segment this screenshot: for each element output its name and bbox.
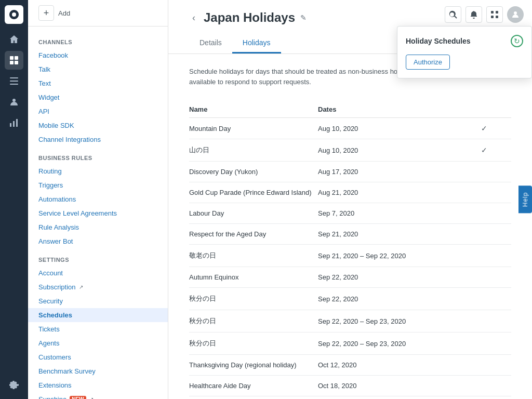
refresh-icon[interactable]: ↻ bbox=[511, 35, 523, 47]
nav-settings-icon[interactable] bbox=[5, 375, 23, 394]
add-label[interactable]: Add bbox=[58, 9, 70, 17]
edit-icon[interactable]: ✎ bbox=[300, 14, 307, 22]
back-button[interactable]: ‹ bbox=[189, 11, 198, 24]
sidebar-item-customers[interactable]: Customers bbox=[28, 350, 168, 364]
sidebar-item-label: Agents bbox=[38, 339, 59, 347]
sidebar-item-label: Tickets bbox=[38, 325, 60, 333]
sidebar-item-routing[interactable]: Routing bbox=[28, 164, 168, 178]
table-row[interactable]: 山の日 Aug 10, 2020 ✓ bbox=[189, 139, 511, 162]
sidebar-item-schedules[interactable]: Schedules bbox=[28, 308, 168, 322]
sidebar: + Add CHANNELS Facebook Talk Text Widget… bbox=[28, 0, 168, 399]
notifications-icon[interactable] bbox=[466, 6, 482, 23]
col-header-name: Name bbox=[189, 101, 318, 118]
holiday-name: 山の日 bbox=[189, 139, 318, 162]
nav-users-icon[interactable] bbox=[5, 92, 23, 111]
tab-details[interactable]: Details bbox=[189, 33, 232, 54]
table-row[interactable]: Autumn Equinox Sep 22, 2020 bbox=[189, 267, 511, 288]
nav-reports-icon[interactable] bbox=[5, 113, 23, 132]
sidebar-item-label: Triggers bbox=[38, 181, 63, 189]
table-row[interactable]: 敬老の日 Sep 21, 2020 – Sep 22, 2020 bbox=[189, 245, 511, 267]
svg-rect-8 bbox=[10, 123, 11, 127]
sidebar-item-benchmark-survey[interactable]: Benchmark Survey bbox=[28, 364, 168, 378]
sidebar-item-subscription[interactable]: Subscription ↗ bbox=[28, 280, 168, 294]
holiday-name: 秋分の日 bbox=[189, 310, 318, 332]
table-row[interactable]: Mountain Day Aug 10, 2020 ✓ bbox=[189, 118, 511, 139]
sidebar-item-label: Service Level Agreements bbox=[38, 209, 117, 217]
checkmark-icon: ✓ bbox=[481, 124, 487, 132]
holiday-check bbox=[463, 310, 511, 332]
sidebar-item-label: Routing bbox=[38, 167, 62, 175]
sidebar-item-facebook[interactable]: Facebook bbox=[28, 48, 168, 62]
holiday-name: Discovery Day (Yukon) bbox=[189, 162, 318, 182]
authorize-button[interactable]: Authorize bbox=[406, 55, 450, 70]
sidebar-item-talk[interactable]: Talk bbox=[28, 62, 168, 76]
holiday-check bbox=[463, 355, 511, 376]
sidebar-item-triggers[interactable]: Triggers bbox=[28, 178, 168, 192]
table-row[interactable]: 秋分の日 Sep 22, 2020 bbox=[189, 288, 511, 310]
sidebar-item-tickets[interactable]: Tickets bbox=[28, 322, 168, 336]
svg-rect-14 bbox=[496, 16, 498, 18]
main-body: Schedule holidays for days that should b… bbox=[168, 54, 532, 399]
sidebar-item-automations[interactable]: Automations bbox=[28, 192, 168, 206]
user-avatar[interactable] bbox=[507, 6, 524, 23]
holiday-name: Gold Cup Parade (Prince Edward Island) bbox=[189, 182, 318, 203]
holiday-dates: Aug 10, 2020 bbox=[318, 118, 463, 139]
sidebar-item-label: Answer Bot bbox=[38, 237, 73, 245]
table-row[interactable]: Discovery Day (Yukon) Aug 17, 2020 bbox=[189, 162, 511, 182]
holiday-name: 秋分の日 bbox=[189, 332, 318, 355]
nav-views-icon[interactable] bbox=[5, 72, 23, 90]
table-row[interactable]: Gold Cup Parade (Prince Edward Island) A… bbox=[189, 182, 511, 203]
products-grid-icon[interactable] bbox=[486, 6, 503, 23]
sidebar-item-answer-bot[interactable]: Answer Bot bbox=[28, 234, 168, 248]
sidebar-item-label: Customers bbox=[38, 353, 71, 361]
app-logo[interactable] bbox=[5, 5, 23, 24]
sidebar-item-api[interactable]: API bbox=[28, 104, 168, 118]
holiday-name: Autumn Equinox bbox=[189, 267, 318, 288]
table-row[interactable]: Respect for the Aged Day Sep 21, 2020 bbox=[189, 224, 511, 245]
svg-rect-13 bbox=[491, 16, 494, 18]
holiday-name: Respect for the Aged Day bbox=[189, 224, 318, 245]
sidebar-item-channel-integrations[interactable]: Channel Integrations bbox=[28, 132, 168, 147]
tab-holidays[interactable]: Holidays bbox=[232, 33, 281, 54]
nav-home-icon[interactable] bbox=[5, 30, 23, 49]
table-row[interactable]: Thanksgiving Day (regional holiday) Oct … bbox=[189, 355, 511, 376]
add-button[interactable]: + bbox=[38, 5, 54, 21]
table-row[interactable]: Healthcare Aide Day Oct 18, 2020 bbox=[189, 376, 511, 396]
svg-rect-10 bbox=[16, 119, 18, 127]
sidebar-item-agents[interactable]: Agents bbox=[28, 336, 168, 350]
sidebar-item-account[interactable]: Account bbox=[28, 266, 168, 280]
external-link-icon: ↗ bbox=[79, 284, 83, 290]
svg-rect-12 bbox=[496, 11, 498, 14]
popup-header: Holiday Schedules ↻ bbox=[406, 35, 523, 47]
holiday-dates: Sep 21, 2020 bbox=[318, 224, 463, 245]
holiday-check bbox=[463, 224, 511, 245]
svg-rect-0 bbox=[10, 56, 14, 60]
holiday-dates: Aug 17, 2020 bbox=[318, 162, 463, 182]
holiday-name: Healthcare Aide Day bbox=[189, 376, 318, 396]
sidebar-item-label: Extensions bbox=[38, 381, 72, 389]
sidebar-item-label: Text bbox=[38, 79, 51, 87]
sidebar-item-mobile-sdk[interactable]: Mobile SDK bbox=[28, 118, 168, 132]
sidebar-item-rule-analysis[interactable]: Rule Analysis bbox=[28, 220, 168, 234]
search-icon[interactable] bbox=[445, 6, 461, 23]
table-row[interactable]: 秋分の日 Sep 22, 2020 – Sep 23, 2020 bbox=[189, 332, 511, 355]
sidebar-item-label: Schedules bbox=[38, 311, 72, 319]
help-button[interactable]: Help bbox=[518, 186, 532, 214]
svg-rect-9 bbox=[13, 121, 15, 127]
sidebar-item-widget[interactable]: Widget bbox=[28, 90, 168, 104]
holiday-name: Thanksgiving Day (regional holiday) bbox=[189, 355, 318, 376]
nav-admin-icon[interactable] bbox=[5, 51, 23, 70]
sidebar-item-security[interactable]: Security bbox=[28, 294, 168, 308]
table-row[interactable]: Labour Day Sep 7, 2020 bbox=[189, 203, 511, 224]
sidebar-item-text[interactable]: Text bbox=[28, 76, 168, 90]
holiday-dates: Aug 10, 2020 bbox=[318, 139, 463, 162]
sidebar-item-sla[interactable]: Service Level Agreements bbox=[28, 206, 168, 220]
holiday-table: Name Dates Mountain Day Aug 10, 2020 ✓ 山… bbox=[189, 101, 511, 396]
page-title: Japan Holidays bbox=[204, 10, 295, 25]
table-row[interactable]: 秋分の日 Sep 22, 2020 – Sep 23, 2020 bbox=[189, 310, 511, 332]
external-link-icon: ↗ bbox=[89, 396, 94, 399]
sidebar-item-extensions[interactable]: Extensions bbox=[28, 378, 168, 392]
sidebar-item-sunshine[interactable]: Sunshine NEW ↗ bbox=[28, 392, 168, 399]
holiday-check bbox=[463, 245, 511, 267]
holiday-check bbox=[463, 203, 511, 224]
